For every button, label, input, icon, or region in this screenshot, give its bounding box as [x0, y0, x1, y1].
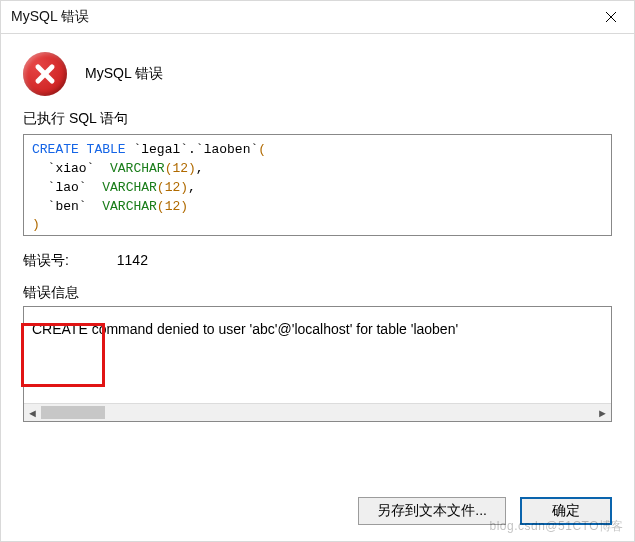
sql-col-name-0: `xiao` — [32, 161, 102, 176]
sql-col-name-2: `ben` — [32, 199, 94, 214]
heading-text: MySQL 错误 — [85, 65, 163, 83]
horizontal-scrollbar[interactable]: ◄ ► — [24, 403, 611, 421]
sql-keyword-create: CREATE TABLE — [32, 142, 126, 157]
dialog-button-row: 另存到文本文件... 确定 — [358, 497, 612, 525]
sql-col-comma-0: , — [196, 161, 204, 176]
error-number-row: 错误号: 1142 — [23, 252, 612, 270]
sql-col-type-2: VARCHAR — [94, 199, 156, 214]
sql-col-comma-1: , — [188, 180, 196, 195]
window-title: MySQL 错误 — [11, 8, 89, 26]
sql-col-len-0: (12) — [165, 161, 196, 176]
sql-col-type-0: VARCHAR — [102, 161, 164, 176]
sql-col-len-1: (12) — [157, 180, 188, 195]
error-message-label: 错误信息 — [23, 284, 79, 302]
sql-label: 已执行 SQL 语句 — [23, 110, 612, 128]
error-number-label: 错误号: — [23, 252, 69, 268]
dialog-body: MySQL 错误 已执行 SQL 语句 CREATE TABLE `legal`… — [1, 34, 634, 422]
titlebar: MySQL 错误 — [1, 1, 634, 34]
scroll-thumb[interactable] — [41, 406, 105, 419]
save-to-file-button[interactable]: 另存到文本文件... — [358, 497, 506, 525]
error-number-value: 1142 — [117, 252, 148, 268]
sql-col-type-1: VARCHAR — [94, 180, 156, 195]
sql-col-len-2: (12) — [157, 199, 188, 214]
sql-statement-box[interactable]: CREATE TABLE `legal`.`laoben`( `xiao` VA… — [23, 134, 612, 236]
close-icon — [605, 11, 617, 23]
ok-button[interactable]: 确定 — [520, 497, 612, 525]
scroll-right-arrow-icon[interactable]: ► — [594, 404, 611, 421]
sql-table-ref: `legal`.`laoben` — [126, 142, 259, 157]
sql-close-paren: ) — [32, 217, 40, 232]
heading-row: MySQL 错误 — [23, 52, 612, 96]
error-message-text: CREATE command denied to user 'abc'@'loc… — [24, 307, 611, 337]
error-message-box[interactable]: CREATE command denied to user 'abc'@'loc… — [23, 306, 612, 422]
scroll-track[interactable] — [41, 404, 594, 421]
sql-open-paren: ( — [258, 142, 266, 157]
scroll-left-arrow-icon[interactable]: ◄ — [24, 404, 41, 421]
sql-col-name-1: `lao` — [32, 180, 94, 195]
close-button[interactable] — [588, 1, 634, 33]
error-icon — [23, 52, 67, 96]
dialog-window: MySQL 错误 MySQL 错误 已执行 SQL 语句 CREATE TABL… — [0, 0, 635, 542]
